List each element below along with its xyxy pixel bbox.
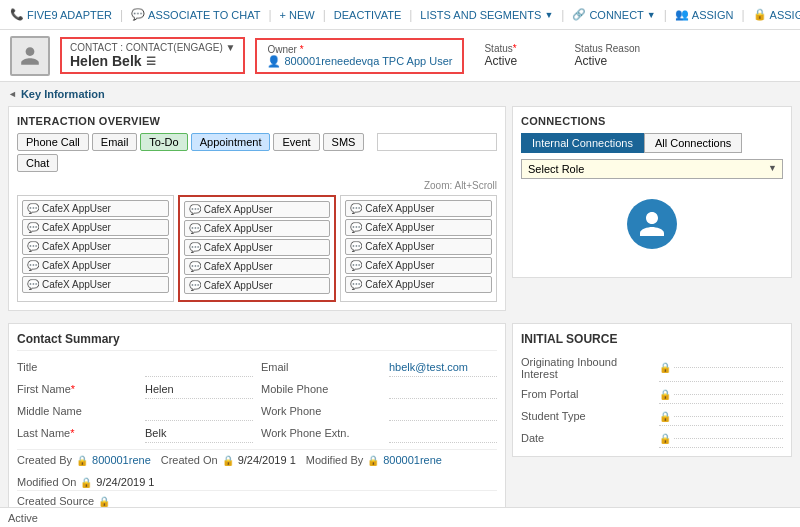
status-bar: Active	[0, 507, 800, 527]
firstname-value: Helen	[145, 381, 253, 399]
five9-icon: 📞	[10, 8, 24, 21]
sep5: |	[561, 8, 564, 22]
toolbar-deactivate[interactable]: DEACTIVATE	[330, 9, 405, 21]
email-value[interactable]: hbelk@test.com	[389, 359, 497, 377]
email-label: Email	[261, 359, 381, 377]
lastname-label: Last Name	[17, 425, 137, 443]
list-item[interactable]: 💬 CafeX AppUser	[22, 219, 169, 236]
sep6: |	[664, 8, 667, 22]
list-item[interactable]: 💬 CafeX AppUser	[345, 276, 492, 293]
connections-col: CONNECTIONS Internal Connections All Con…	[512, 106, 792, 317]
tab-all-connections[interactable]: All Connections	[644, 133, 742, 153]
dropdown-icon[interactable]: ▼	[226, 42, 236, 53]
list-item[interactable]: 💬 CafeX AppUser	[345, 219, 492, 236]
list-item[interactable]: 💬 CafeX AppUser	[345, 257, 492, 274]
interaction-search-input[interactable]	[377, 133, 497, 151]
interaction-col-2: 💬 CafeX AppUser 💬 CafeX AppUser 💬 CafeX …	[178, 195, 337, 302]
tab-phone-call[interactable]: Phone Call	[17, 133, 89, 151]
chat-bubble-icon: 💬	[350, 241, 362, 252]
workphone-label: Work Phone	[261, 403, 381, 421]
top-panels: INTERACTION OVERVIEW Phone Call Email To…	[8, 106, 792, 317]
initial-source-col: INITIAL SOURCE Originating Inbound Inter…	[512, 323, 792, 516]
initial-source-title: INITIAL SOURCE	[521, 332, 783, 346]
lock-icon9: 🔒	[659, 433, 671, 444]
tab-row: Phone Call Email To-Do Appointment Event…	[17, 133, 497, 180]
select-role-dropdown[interactable]: Select Role Administrator Manager Agent	[521, 159, 783, 179]
list-item[interactable]: 💬 CafeX AppUser	[184, 220, 331, 237]
chevron-down-icon: ▼	[544, 10, 553, 20]
menu-icon[interactable]: ☰	[146, 55, 156, 68]
modified-by-item: Modified By 🔒 800001rene	[306, 454, 442, 466]
contact-header: CONTACT : CONTACT(ENGAGE) ▼ Helen Belk ☰…	[0, 30, 800, 82]
bottom-panels: Contact Summary Title Email hbelk@test.c…	[8, 323, 792, 516]
list-item[interactable]: 💬 CafeX AppUser	[184, 277, 331, 294]
lock-icon3: 🔒	[367, 455, 379, 466]
tab-chat[interactable]: Chat	[17, 154, 58, 172]
chat-bubble-icon: 💬	[189, 261, 201, 272]
chat-bubble-icon: 💬	[189, 223, 201, 234]
connections-title: CONNECTIONS	[521, 115, 783, 127]
workphone-extn-label: Work Phone Extn.	[261, 425, 381, 443]
contact-type-label: CONTACT : CONTACT(ENGAGE) ▼	[70, 42, 235, 53]
chat-bubble-icon: 💬	[27, 260, 39, 271]
modified-on-item: Modified On 🔒 9/24/2019 1	[17, 476, 154, 488]
sep2: |	[268, 8, 271, 22]
status-reason-label: Status Reason	[574, 43, 640, 54]
list-item[interactable]: 💬 CafeX AppUser	[184, 239, 331, 256]
interaction-tabs: Phone Call Email To-Do Appointment Event…	[17, 133, 377, 172]
modified-on-label: Modified On	[17, 476, 76, 488]
connections-panel: CONNECTIONS Internal Connections All Con…	[512, 106, 792, 278]
tab-appointment[interactable]: Appointment	[191, 133, 271, 151]
chat-bubble-icon: 💬	[27, 279, 39, 290]
contact-summary-title: Contact Summary	[17, 332, 497, 351]
toolbar-connect[interactable]: 🔗 CONNECT ▼	[568, 8, 659, 21]
lock-icon: 🔒	[76, 455, 88, 466]
created-by-value[interactable]: 800001rene	[92, 454, 151, 466]
success-icon: 🔒	[753, 8, 767, 21]
list-item[interactable]: 💬 CafeX AppUser	[345, 238, 492, 255]
toolbar-lists[interactable]: LISTS AND SEGMENTS ▼	[416, 9, 557, 21]
chat-bubble-icon: 💬	[350, 260, 362, 271]
toolbar-assign[interactable]: 👥 ASSIGN	[671, 8, 738, 21]
list-item[interactable]: 💬 CafeX AppUser	[22, 276, 169, 293]
list-item[interactable]: 💬 CafeX AppUser	[22, 200, 169, 217]
toolbar-associate[interactable]: 💬 ASSOCIATE TO CHAT	[127, 8, 264, 21]
owner-label: Owner	[267, 44, 452, 55]
owner-box: Owner 👤 800001reneedevqa TPC App User	[255, 38, 464, 74]
mobile-label: Mobile Phone	[261, 381, 381, 399]
created-on-item: Created On 🔒 9/24/2019 1	[161, 454, 296, 466]
date-value: 🔒	[659, 430, 783, 448]
tab-todo[interactable]: To-Do	[140, 133, 187, 151]
chat-bubble-icon: 💬	[27, 222, 39, 233]
list-item[interactable]: 💬 CafeX AppUser	[184, 201, 331, 218]
person-icon	[19, 45, 41, 67]
tab-email[interactable]: Email	[92, 133, 138, 151]
list-item[interactable]: 💬 CafeX AppUser	[345, 200, 492, 217]
list-item[interactable]: 💬 CafeX AppUser	[22, 257, 169, 274]
list-item[interactable]: 💬 CafeX AppUser	[22, 238, 169, 255]
modified-on-value: 9/24/2019 1	[96, 476, 154, 488]
modified-by-value[interactable]: 800001rene	[383, 454, 442, 466]
toolbar-assign-success[interactable]: 🔒 ASSIGN SUCCESS PLAN	[749, 8, 800, 21]
summary-footer: Created By 🔒 800001rene Created On 🔒 9/2…	[17, 449, 497, 488]
connections-tabs: Internal Connections All Connections	[521, 133, 783, 153]
lock-icon5: 🔒	[98, 496, 110, 507]
created-source-row: Created Source 🔒	[17, 490, 497, 507]
contact-info-box: CONTACT : CONTACT(ENGAGE) ▼ Helen Belk ☰	[60, 37, 245, 74]
toolbar-new[interactable]: + NEW	[276, 9, 319, 21]
status-bar-value: Active	[8, 512, 38, 524]
conn-avatar	[627, 199, 677, 249]
tab-internal-connections[interactable]: Internal Connections	[521, 133, 644, 153]
tab-event[interactable]: Event	[273, 133, 319, 151]
summary-col: Contact Summary Title Email hbelk@test.c…	[8, 323, 506, 516]
chat-bubble-icon: 💬	[189, 280, 201, 291]
chat-bubble-icon: 💬	[189, 242, 201, 253]
list-item[interactable]: 💬 CafeX AppUser	[184, 258, 331, 275]
chat-bubble-icon: 💬	[189, 204, 201, 215]
middlename-label: Middle Name	[17, 403, 137, 421]
lock-icon8: 🔒	[659, 411, 671, 422]
tab-sms[interactable]: SMS	[323, 133, 365, 151]
interaction-col-3: 💬 CafeX AppUser 💬 CafeX AppUser 💬 CafeX …	[340, 195, 497, 302]
source-grid: Originating Inbound Interest 🔒 From Port…	[521, 354, 783, 448]
toolbar-five9[interactable]: 📞 FIVE9 ADAPTER	[6, 8, 116, 21]
